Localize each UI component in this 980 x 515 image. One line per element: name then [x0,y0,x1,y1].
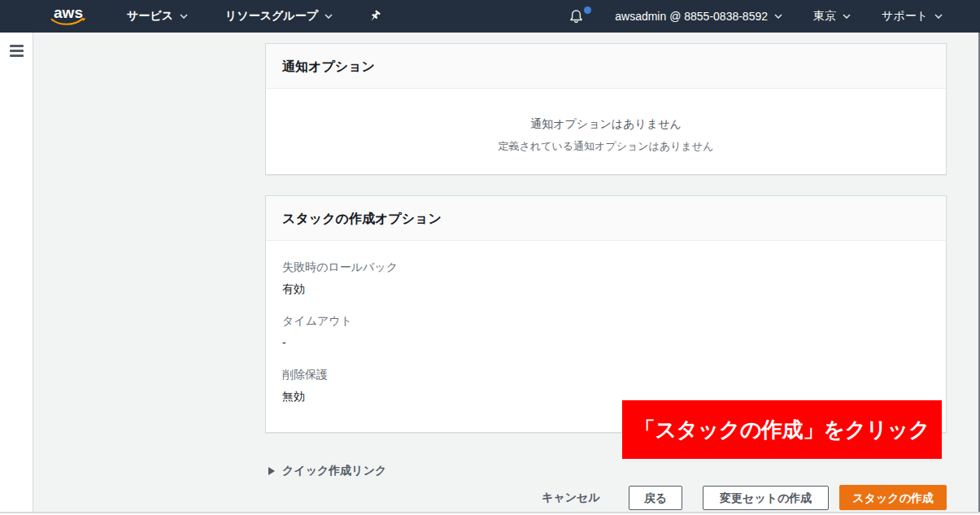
main-content: 通知オプション 通知オプションはありません 定義されている通知オプションはありま… [33,33,980,512]
footer-actions: キャンセル 戻る 変更セットの作成 スタックの作成 [265,485,947,510]
field-termination-protection: 削除保護 無効 [282,366,930,404]
notification-options-empty-state: 通知オプションはありません 定義されている通知オプションはありません [266,89,946,174]
field-rollback-on-failure: 失敗時のロールバック 有効 [282,259,930,297]
chevron-down-icon [934,14,943,19]
field-label: タイムアウト [282,312,930,329]
chevron-down-icon [774,14,782,19]
annotation-callout: 「スタックの作成」をクリック [622,400,942,459]
notification-dot [584,7,591,14]
nav-support-menu[interactable]: サポート [882,9,943,24]
page-body: 通知オプション 通知オプションはありません 定義されている通知オプションはありま… [0,33,980,513]
empty-state-title: 通知オプションはありません [266,116,946,132]
nav-support-label: サポート [882,9,928,24]
quick-create-link-expander[interactable]: クイック作成リンク [265,464,386,478]
chevron-down-icon [324,14,333,19]
triangle-right-icon [268,467,275,475]
aws-smile-icon [50,18,86,27]
create-stack-button[interactable]: スタックの作成 [839,485,947,510]
hamburger-menu-icon[interactable] [10,45,33,57]
nav-account-label: awsadmin @ 8855-0838-8592 [615,10,768,23]
bell-icon [568,8,584,25]
nav-services-menu[interactable]: サービス [127,9,188,24]
notification-options-card: 通知オプション 通知オプションはありません 定義されている通知オプションはありま… [265,43,947,175]
stack-creation-options-card: スタックの作成オプション 失敗時のロールバック 有効 タイムアウト - 削除保護… [265,195,947,433]
notification-options-header: 通知オプション [266,44,946,89]
nav-services-label: サービス [127,9,173,24]
empty-state-description: 定義されている通知オプションはありません [266,139,946,154]
pin-icon[interactable] [368,10,381,24]
nav-resource-groups-menu[interactable]: リソースグループ [225,9,333,24]
cancel-link[interactable]: キャンセル [542,491,600,505]
chevron-down-icon [843,14,851,19]
chevron-down-icon [180,14,188,19]
nav-resource-groups-label: リソースグループ [225,9,318,24]
nav-left: aws サービス リソースグループ [0,6,381,27]
notification-options-title: 通知オプション [282,58,930,76]
field-timeout: タイムアウト - [282,312,930,351]
create-change-set-button[interactable]: 変更セットの作成 [703,486,829,510]
stack-creation-options-title: スタックの作成オプション [282,210,930,228]
notifications-bell-button[interactable] [568,8,584,25]
field-label: 失敗時のロールバック [282,259,930,275]
top-navigation: aws サービス リソースグループ [0,0,980,33]
nav-region-label: 東京 [813,9,836,24]
quick-create-link-label: クイック作成リンク [282,464,386,478]
nav-right: awsadmin @ 8855-0838-8592 東京 サポート [568,8,943,25]
field-label: 削除保護 [282,366,930,382]
field-value: 有効 [282,281,930,297]
nav-region-menu[interactable]: 東京 [813,9,851,24]
collapsed-sidebar [0,33,33,512]
field-value: - [282,334,930,351]
stack-creation-options-header: スタックの作成オプション [266,196,946,241]
back-button[interactable]: 戻る [629,486,682,510]
aws-logo[interactable]: aws [50,6,86,27]
nav-account-menu[interactable]: awsadmin @ 8855-0838-8592 [615,10,782,23]
